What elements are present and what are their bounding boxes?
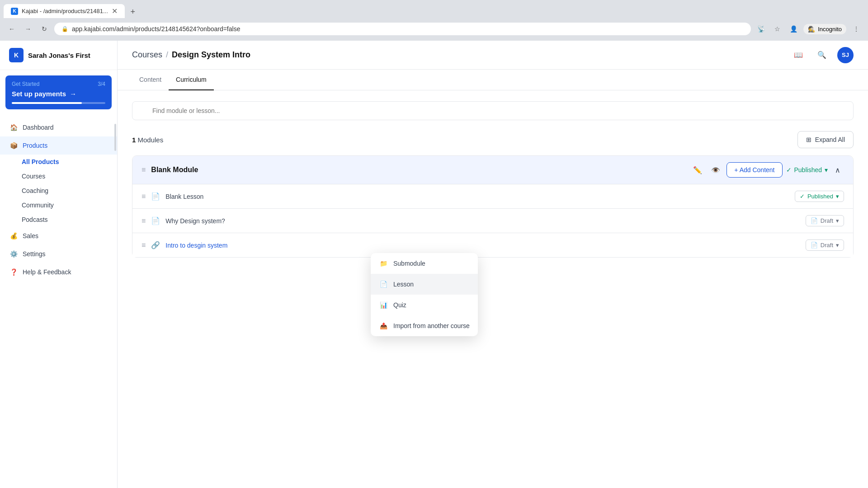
- main-header: Courses / Design System Intro 📖 🔍 SJ: [118, 41, 868, 70]
- submodule-icon: 📁: [379, 259, 388, 268]
- collapse-button[interactable]: ∧: [831, 164, 844, 176]
- search-input[interactable]: [132, 101, 854, 120]
- table-row: ≡ 📄 Blank Lesson ✓ Published ▾: [132, 184, 853, 208]
- sidebar-item-courses[interactable]: Courses: [22, 169, 117, 183]
- profile-button[interactable]: 👤: [787, 23, 800, 35]
- lesson-draft-badge[interactable]: 📄 Draft ▾: [806, 215, 844, 226]
- book-icon-button[interactable]: 📖: [790, 47, 807, 63]
- incognito-label: Incognito: [818, 26, 842, 33]
- dropdown-item-submodule[interactable]: 📁 Submodule: [371, 253, 478, 274]
- brand-name: Sarah Jonas's First: [28, 52, 90, 59]
- get-started-banner[interactable]: Get Started 3/4 Set up payments →: [5, 75, 112, 109]
- add-content-button[interactable]: + Add Content: [726, 162, 782, 178]
- drag-handle-icon[interactable]: ≡: [142, 166, 146, 174]
- add-content-dropdown: 📁 Submodule 📄 Lesson 📊 Quiz 📤 Import fro…: [371, 253, 478, 336]
- sidebar-scroll: 🏠 Dashboard 📦 Products All Products Cour…: [0, 115, 117, 488]
- settings-label: Settings: [23, 250, 46, 258]
- scrollbar[interactable]: [114, 115, 116, 488]
- new-tab-button[interactable]: +: [127, 5, 139, 18]
- lesson-status-label: Published: [807, 193, 833, 200]
- breadcrumb: Courses / Design System Intro: [132, 50, 250, 60]
- lock-icon: 🔒: [61, 26, 68, 32]
- dropdown-item-quiz[interactable]: 📊 Quiz: [371, 295, 478, 315]
- avatar[interactable]: SJ: [837, 47, 854, 63]
- module-container: ≡ Blank Module ✏️ 👁️ + Add Content ✓ Pub…: [132, 155, 854, 258]
- content-area: 🔍 1 Modules ⊞ Expand All ≡ Blank Module: [118, 90, 868, 488]
- sidebar-item-community[interactable]: Community: [22, 198, 117, 212]
- get-started-progress: 3/4: [98, 81, 105, 87]
- edit-icon-button[interactable]: ✏️: [690, 163, 705, 177]
- settings-icon: ⚙️: [9, 249, 18, 258]
- scrollbar-thumb: [114, 124, 116, 151]
- reload-button[interactable]: ↻: [38, 23, 51, 35]
- sales-label: Sales: [23, 232, 38, 239]
- tab-title: Kajabi - /admin/products/21481...: [22, 8, 108, 14]
- back-button[interactable]: ←: [5, 23, 18, 35]
- sidebar-item-all-products[interactable]: All Products: [22, 155, 117, 169]
- tab-close-button[interactable]: ✕: [112, 7, 118, 15]
- search-button[interactable]: 🔍: [814, 47, 830, 63]
- draft-icon: 📄: [811, 217, 818, 224]
- sidebar-item-podcasts[interactable]: Podcasts: [22, 212, 117, 227]
- sidebar-item-coaching[interactable]: Coaching: [22, 183, 117, 198]
- incognito-button[interactable]: 🕵️ Incognito: [803, 24, 846, 34]
- modules-count-number: 1: [132, 136, 136, 144]
- active-tab[interactable]: K Kajabi - /admin/products/21481... ✕: [4, 4, 125, 18]
- draft-icon: 📄: [811, 242, 818, 249]
- preview-icon-button[interactable]: 👁️: [708, 163, 723, 177]
- sidebar-item-products[interactable]: 📦 Products: [0, 136, 117, 155]
- forward-button[interactable]: →: [22, 23, 34, 35]
- home-icon: 🏠: [9, 123, 18, 132]
- progress-fill: [12, 102, 82, 104]
- add-content-label: + Add Content: [734, 166, 774, 174]
- lesson-title: Intro to desgin system: [165, 242, 800, 249]
- bookmark-button[interactable]: ☆: [771, 23, 783, 35]
- quiz-label: Quiz: [393, 301, 406, 309]
- sidebar-item-sales[interactable]: 💰 Sales: [0, 227, 117, 245]
- lesson-check-icon: ✓: [800, 193, 805, 200]
- products-subnav: All Products Courses Coaching Community …: [0, 155, 117, 227]
- tab-favicon: K: [11, 8, 18, 15]
- tab-content[interactable]: Content: [132, 70, 169, 90]
- dropdown-item-lesson[interactable]: 📄 Lesson: [371, 274, 478, 295]
- lesson-draft-label: Draft: [821, 217, 833, 224]
- lesson-drag-handle[interactable]: ≡: [142, 217, 146, 225]
- lesson-status-badge[interactable]: ✓ Published ▾: [795, 191, 844, 202]
- breadcrumb-courses[interactable]: Courses: [132, 50, 162, 60]
- address-bar[interactable]: 🔒 app.kajabi.com/admin/products/21481456…: [54, 23, 751, 35]
- sidebar-item-dashboard[interactable]: 🏠 Dashboard: [0, 118, 117, 136]
- sidebar-item-help[interactable]: ❓ Help & Feedback: [0, 263, 117, 281]
- sidebar-nav: 🏠 Dashboard 📦 Products All Products Cour…: [0, 115, 117, 285]
- brand-icon: K: [9, 48, 24, 62]
- podcasts-label: Podcasts: [22, 216, 48, 223]
- browser-chrome: K Kajabi - /admin/products/21481... ✕ + …: [0, 0, 868, 41]
- sidebar: K Sarah Jonas's First Get Started 3/4 Se…: [0, 41, 118, 488]
- draft-chevron-icon: ▾: [836, 242, 839, 249]
- lesson-draft-label: Draft: [821, 242, 833, 249]
- menu-button[interactable]: ⋮: [850, 23, 863, 35]
- chevron-down-icon: ▾: [825, 166, 828, 174]
- cast-button[interactable]: 📡: [755, 23, 767, 35]
- dropdown-item-import[interactable]: 📤 Import from another course: [371, 315, 478, 336]
- sidebar-item-settings[interactable]: ⚙️ Settings: [0, 245, 117, 263]
- lesson-drag-handle[interactable]: ≡: [142, 241, 146, 249]
- lesson-drag-handle[interactable]: ≡: [142, 192, 146, 201]
- main-content: Courses / Design System Intro 📖 🔍 SJ Con…: [118, 41, 868, 488]
- lesson-draft-badge[interactable]: 📄 Draft ▾: [806, 239, 844, 251]
- module-published-badge[interactable]: ✓ Published ▾: [786, 166, 828, 174]
- tab-curriculum[interactable]: Curriculum: [169, 70, 214, 90]
- expand-all-button[interactable]: ⊞ Expand All: [797, 131, 854, 148]
- url-text: app.kajabi.com/admin/products/2148145624…: [72, 25, 240, 33]
- products-label: Products: [23, 142, 47, 149]
- lesson-icon: 📄: [151, 216, 160, 225]
- quiz-icon: 📊: [379, 300, 388, 310]
- import-icon: 📤: [379, 321, 388, 330]
- table-row: ≡ 📄 Why Design system? 📄 Draft ▾: [132, 208, 853, 233]
- header-actions: 📖 🔍 SJ: [790, 47, 854, 63]
- import-label: Import from another course: [393, 322, 470, 329]
- sales-icon: 💰: [9, 231, 18, 240]
- products-icon: 📦: [9, 141, 18, 150]
- modules-count-label: Modules: [138, 136, 164, 144]
- brand[interactable]: K Sarah Jonas's First: [0, 41, 117, 70]
- module-title: Blank Module: [151, 166, 685, 174]
